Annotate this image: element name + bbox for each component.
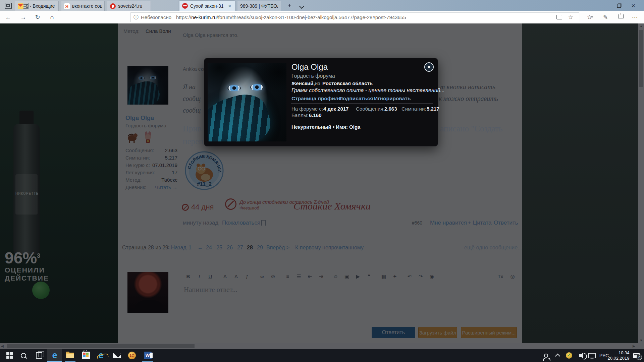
favorite-star-icon[interactable]: ☆ <box>568 14 573 21</box>
ignore-link[interactable]: Игнорировать <box>374 96 411 102</box>
tab-yandex-mail[interactable]: 9 · Входящие — Яндекс.По <box>15 1 59 11</box>
tab-list-chevron-icon[interactable] <box>299 4 305 9</box>
avatar-eye <box>227 85 241 92</box>
tab-label: sovets24.ru <box>118 3 142 9</box>
tab-close-icon[interactable]: × <box>227 3 232 8</box>
member-title: Гордость форума <box>291 73 335 79</box>
people-button[interactable] <box>541 349 551 362</box>
word-icon: W <box>144 352 152 359</box>
refresh-button[interactable]: ↻ <box>32 12 43 22</box>
yandex-mail-icon <box>18 3 23 9</box>
taskbar-search-button[interactable] <box>16 349 31 362</box>
new-tab-button[interactable]: + <box>285 2 294 9</box>
tab-active-suxoj-zakon[interactable]: Сухой закон-31: 100 д × <box>179 1 235 11</box>
member-gender: Женский, <box>291 80 315 86</box>
url-scheme: https:// <box>176 14 191 20</box>
follow-link[interactable]: Подписаться <box>339 96 373 102</box>
ne-kurim-icon <box>182 3 188 9</box>
member-location-link[interactable]: Ростовская область <box>322 80 373 86</box>
taskbar-clock[interactable]: 10:3420.02.2019 <box>605 349 632 362</box>
start-button[interactable] <box>2 349 17 362</box>
profile-page-link[interactable]: Страница профиля <box>291 96 341 102</box>
back-button[interactable]: ← <box>3 12 13 22</box>
likes-label: Симпатии: <box>401 106 426 112</box>
set-tabs-aside-icon[interactable] <box>5 3 12 9</box>
tab-futbolki[interactable]: 989-389 | ФУТБОЛКИ <box>237 1 281 11</box>
desktop: 9 · Входящие — Яндекс.По Я вконтакте соц… <box>0 0 644 362</box>
tray-volume[interactable] <box>575 349 586 362</box>
browser-tab-bar: 9 · Входящие — Яндекс.По Я вконтакте соц… <box>0 0 644 11</box>
avatar-eye <box>250 84 264 90</box>
edge-icon: e <box>52 351 57 360</box>
mail-icon <box>113 353 121 358</box>
tab-label: 989-389 | ФУТБОЛКИ <box>240 3 278 9</box>
clock-time: 10:34 <box>607 350 629 356</box>
action-center-button[interactable]: 2 <box>631 349 642 362</box>
address-field[interactable]: ⓘ Небезопасно https://ne-kurim.ru/forum/… <box>130 12 579 22</box>
member-signature: Грамм собственного опыта - ценнее тонны … <box>291 87 445 94</box>
chevron-up-icon <box>555 354 560 359</box>
tray-antivirus[interactable]: ✓ <box>564 349 574 362</box>
annotate-pen-icon[interactable]: ✎ <box>603 14 608 21</box>
taskbar-mail[interactable] <box>109 349 124 362</box>
store-icon <box>82 352 90 359</box>
tab-label: вконтакте социальная сеть <box>72 3 102 9</box>
notification-badge: 2 <box>636 354 642 360</box>
people-icon <box>544 354 548 358</box>
tray-network[interactable] <box>587 349 597 362</box>
url-host: ne-kurim.ru <box>191 14 217 20</box>
share-icon[interactable] <box>618 14 624 18</box>
window-restore-button[interactable] <box>612 0 626 11</box>
taskbar-word[interactable]: W <box>140 349 155 362</box>
window-minimize-button[interactable]: ─ <box>598 0 611 11</box>
member-from-label: из <box>315 80 320 86</box>
url-path: /forum/threads/suxoj-zakon-31-100-dnej-b… <box>217 14 406 20</box>
home-button[interactable]: ⌂ <box>47 12 57 22</box>
taskbar: e e 1С W ✓ РУС 10:3420.02.2019 2 <box>0 349 644 362</box>
task-view-button[interactable] <box>32 349 46 362</box>
taskbar-explorer[interactable] <box>63 349 77 362</box>
messages-value[interactable]: 2.663 <box>384 106 397 112</box>
tab-vkontakte[interactable]: Я вконтакте социальная сеть <box>61 1 105 11</box>
browser-address-bar: ← → ↻ ⌂ ⓘ Небезопасно https://ne-kurim.r… <box>0 11 644 24</box>
tab-label: 9 · Входящие — Яндекс.По <box>26 3 56 9</box>
joined-value: 4 дек 2017 <box>323 106 348 112</box>
window-close-button[interactable]: × <box>627 0 640 11</box>
search-icon <box>21 353 26 358</box>
tray-expand-button[interactable] <box>553 349 562 362</box>
tab-sovets24[interactable]: sovets24.ru <box>107 1 151 11</box>
1c-icon: 1С <box>128 352 136 359</box>
clock-date: 20.02.2019 <box>607 356 629 361</box>
likes-value: 5.217 <box>427 106 439 112</box>
security-label: Небезопасно <box>141 14 171 20</box>
yandex-icon: Я <box>64 3 70 9</box>
volume-icon <box>579 354 582 357</box>
sovets24-icon <box>110 3 116 9</box>
joined-label: На форуме с: <box>291 106 323 112</box>
taskbar-edge-active[interactable]: e <box>47 349 62 362</box>
internet-explorer-icon: e <box>98 351 103 360</box>
reading-view-icon[interactable] <box>556 15 562 19</box>
taskbar-store[interactable] <box>78 349 93 362</box>
member-card-avatar[interactable] <box>208 63 286 141</box>
points-value[interactable]: 6.160 <box>309 112 322 118</box>
network-icon <box>588 353 596 358</box>
card-divider <box>291 103 433 104</box>
windows-logo-icon <box>6 352 13 359</box>
member-name[interactable]: Olga Olga <box>291 62 328 72</box>
restore-icon <box>617 4 621 8</box>
hub-favorites-icon[interactable]: ☆ <box>587 14 592 21</box>
more-options-icon[interactable]: ⋯ <box>632 14 638 21</box>
taskbar-1c[interactable]: 1С <box>124 349 139 362</box>
points-label: Баллы: <box>291 112 309 118</box>
taskbar-internet-explorer[interactable]: e <box>94 349 108 362</box>
member-card-popup: Olga Olga Гордость форума Женский, из Ро… <box>204 58 438 146</box>
forward-button[interactable]: → <box>18 12 29 22</box>
info-icon[interactable]: ⓘ <box>133 14 139 20</box>
file-explorer-icon <box>66 353 74 358</box>
messages-label: Сообщения: <box>356 106 385 112</box>
tab-label: Сухой закон-31: 100 д <box>190 3 223 9</box>
notification-icon: 2 <box>633 353 640 358</box>
member-footer: Некурительный • Имя: Olga <box>291 124 360 130</box>
close-icon[interactable]: × <box>424 62 434 72</box>
